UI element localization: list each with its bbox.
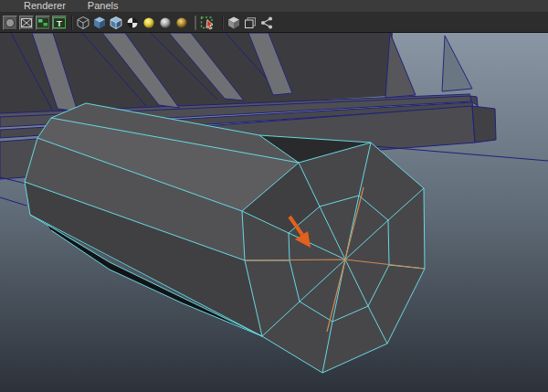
toolbar-button-textured-light[interactable] xyxy=(174,16,189,30)
toolbar-button-shaded-wireframe-mode[interactable] xyxy=(109,16,123,30)
toolbar-button-all-lights[interactable] xyxy=(142,16,156,30)
toolbar-separator xyxy=(222,16,224,30)
toolbar-button-sphere-material[interactable] xyxy=(3,16,17,30)
toolbar-button-safe-title[interactable]: T xyxy=(52,16,67,30)
maya-viewport-panel: Renderer Panels T xyxy=(0,0,548,392)
safe-title-icon: T xyxy=(53,16,66,29)
svg-text:T: T xyxy=(57,17,62,27)
frame-squares-icon xyxy=(243,16,258,30)
toolbar-button-default-light[interactable] xyxy=(158,16,173,30)
isolate-select-icon xyxy=(200,16,217,30)
panel-menubar: Renderer Panels xyxy=(0,0,548,13)
shaded-wire-cube-icon xyxy=(109,16,123,30)
shaded-cube-icon xyxy=(92,16,107,30)
gray-light-sphere-icon xyxy=(158,16,173,30)
toolbar-button-smooth-shaded-mode[interactable] xyxy=(92,16,107,30)
toolbar-button-solid-cube[interactable] xyxy=(227,16,241,30)
wireframe-cube-icon xyxy=(76,16,90,30)
checker-sphere-icon xyxy=(125,16,140,30)
toolbar-button-isolate-select[interactable] xyxy=(200,16,217,30)
toolbar-button-textured-mode[interactable] xyxy=(125,16,140,30)
menu-panels[interactable]: Panels xyxy=(88,0,119,12)
scene xyxy=(0,33,548,392)
toolbar-button-xray-frame[interactable] xyxy=(243,16,258,30)
menu-renderer[interactable]: Renderer xyxy=(24,0,66,12)
toolbar-separator xyxy=(195,16,196,30)
film-gate-icon xyxy=(20,16,33,29)
toolbar-button-wireframe-mode[interactable] xyxy=(76,16,90,30)
toolbar-separator xyxy=(71,16,73,30)
toolbar-button-connections[interactable] xyxy=(259,16,274,30)
yellow-light-sphere-icon xyxy=(142,16,156,30)
gold-light-sphere-icon xyxy=(174,16,189,30)
panel-toolbar: T xyxy=(0,13,548,33)
toolbar-button-film-gate[interactable] xyxy=(19,16,34,30)
sphere-material-icon xyxy=(4,16,16,29)
rack-base-end-face xyxy=(472,106,496,143)
connections-icon xyxy=(259,16,274,30)
field-chart-icon xyxy=(37,16,49,29)
toolbar-button-field-chart[interactable] xyxy=(36,16,50,30)
solid-cube-icon xyxy=(227,16,241,30)
viewport-canvas[interactable] xyxy=(0,33,548,392)
